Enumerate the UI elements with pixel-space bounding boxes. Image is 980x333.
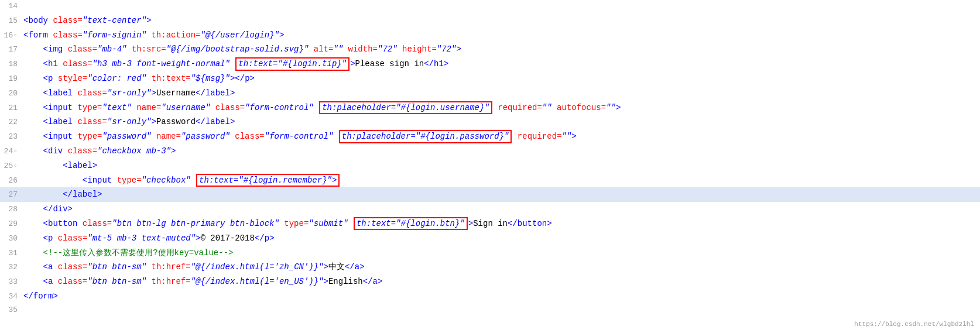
line-number: 16◦ (0, 30, 23, 42)
line-content: <h1 class="h3 mb-3 font-weight-normal" t… (23, 57, 980, 70)
watermark: https://blog.csdn.net/wlgbd2lhl (854, 320, 974, 330)
line-number: 24◦ (0, 146, 23, 158)
line-number: 28 (0, 204, 23, 216)
code-line: 25◦ <label> (0, 159, 980, 173)
code-line: 18 <h1 class="h3 mb-3 font-weight-normal… (0, 57, 980, 71)
line-number: 15 (0, 15, 23, 28)
code-line: 14 (0, 0, 980, 13)
line-content: <label> (23, 159, 980, 172)
line-number: 20 (0, 88, 23, 100)
line-content: <img class="mb-4" th:src="@{/img/bootstr… (23, 43, 980, 56)
code-line: 15<body class="text-center"> (0, 13, 980, 28)
line-number: 18 (0, 59, 23, 71)
line-number: 35 (0, 304, 23, 317)
line-number: 14 (0, 1, 23, 13)
code-line: 16◦<form class="form-signin" th:action="… (0, 28, 980, 43)
line-content: <!--这里传入参数不需要使用?使用key=value--> (23, 246, 980, 259)
code-line: 29 <button class="btn btn-lg btn-primary… (0, 217, 980, 231)
line-content: <label class="sr-only">Username</label> (23, 87, 980, 99)
line-content: </label> (23, 188, 980, 201)
line-number: 27 (0, 189, 23, 201)
line-number: 31 (0, 248, 23, 260)
code-line: 33 <a class="btn btn-sm" th:href="@{/ind… (0, 274, 980, 289)
line-number: 22 (0, 116, 23, 129)
code-line: 26 <input type="checkbox" th:text="#{log… (0, 173, 980, 188)
line-content: <input type="password" name="password" c… (23, 130, 980, 143)
line-content: <p class="mt-5 mb-3 text-muted">© 2017-2… (23, 232, 980, 245)
line-number: 29 (0, 218, 23, 231)
code-line: 35 (0, 304, 980, 317)
line-content: </form> (23, 290, 980, 303)
line-number: 33 (0, 276, 23, 289)
line-number: 25◦ (0, 160, 23, 173)
line-number: 30 (0, 233, 23, 245)
line-content: <form class="form-signin" th:action="@{/… (23, 29, 980, 42)
editor-container: 1415<body class="text-center">16◦<form c… (0, 0, 980, 333)
line-content: </div> (23, 202, 980, 215)
line-number: 21 (0, 102, 23, 115)
code-line: 23 <input type="password" name="password… (0, 129, 980, 144)
line-content: <div class="checkbox mb-3"> (23, 145, 980, 157)
code-line: 21 <input type="text" name="username" cl… (0, 101, 980, 115)
code-line: 17 <img class="mb-4" th:src="@{/img/boot… (0, 42, 980, 57)
line-content: <button class="btn btn-lg btn-primary bt… (23, 217, 980, 230)
line-number: 26 (0, 175, 23, 187)
code-line: 30 <p class="mt-5 mb-3 text-muted">© 201… (0, 231, 980, 246)
code-line: 22 <label class="sr-only">Password</labe… (0, 115, 980, 129)
line-content: <a class="btn btn-sm" th:href="@{/index.… (23, 275, 980, 288)
code-line: 24◦ <div class="checkbox mb-3"> (0, 144, 980, 159)
code-line: 32 <a class="btn btn-sm" th:href="@{/ind… (0, 260, 980, 274)
line-number: 32 (0, 262, 23, 274)
code-line: 20 <label class="sr-only">Username</labe… (0, 86, 980, 101)
line-content: <label class="sr-only">Password</label> (23, 115, 980, 128)
line-content: <input type="checkbox" th:text="#{login.… (23, 174, 980, 187)
code-line: 19 <p style="color: red" th:text="${msg}… (0, 71, 980, 86)
code-line: 27 </label> (0, 187, 980, 202)
line-content: <input type="text" name="username" class… (23, 101, 980, 114)
line-content: <body class="text-center"> (23, 14, 980, 27)
line-content: <a class="btn btn-sm" th:href="@{/index.… (23, 260, 980, 273)
line-number: 34 (0, 291, 23, 303)
line-number: 17 (0, 44, 23, 56)
line-number: 23 (0, 131, 23, 143)
code-line: 31 <!--这里传入参数不需要使用?使用key=value--> (0, 246, 980, 260)
code-line: 28 </div> (0, 202, 980, 217)
line-content: <p style="color: red" th:text="${msg}"><… (23, 72, 980, 85)
code-line: 34</form> (0, 289, 980, 304)
line-number: 19 (0, 73, 23, 85)
code-editor: 1415<body class="text-center">16◦<form c… (0, 0, 980, 317)
